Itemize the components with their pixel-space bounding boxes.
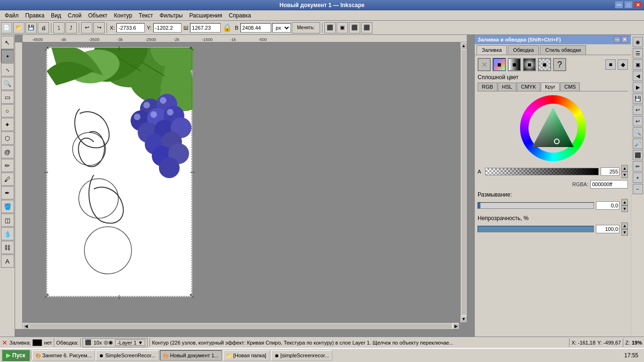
alpha-spinners[interactable]: ▲ ▼ [621, 165, 628, 178]
blur-up[interactable]: ▲ [621, 199, 628, 206]
hscroll-right[interactable]: ▶ [453, 323, 459, 329]
units-select[interactable]: px [272, 23, 291, 33]
taskbar-item-3[interactable]: 🎨 Новый документ 1... [160, 350, 222, 361]
spiral-tool[interactable]: @ [1, 145, 14, 158]
layer-name[interactable]: -Layer 1 ▼ [115, 339, 145, 346]
bucket-tool[interactable]: 🪣 [1, 200, 14, 213]
fill-option2[interactable]: ◆ [618, 59, 628, 70]
open-btn[interactable]: 📂 [13, 22, 25, 33]
node-tool[interactable]: ✦ [1, 49, 14, 63]
menu-filters[interactable]: Фильтры [157, 11, 186, 20]
window-controls[interactable]: — □ ✕ [615, 1, 642, 8]
alpha-down[interactable]: ▼ [621, 172, 628, 178]
align-left-btn[interactable]: ⬛ [324, 22, 336, 33]
panel-icon-4[interactable]: ◀ [633, 71, 643, 81]
dropper-tool[interactable]: 💧 [1, 227, 14, 240]
menu-path[interactable]: Контур [111, 11, 135, 20]
opacity-slider[interactable] [478, 226, 594, 232]
select-tool[interactable]: ↖ [1, 36, 14, 49]
circle-tool[interactable]: ○ [1, 104, 14, 117]
fill-option1[interactable]: ■ [605, 59, 616, 70]
panel-icon-12[interactable]: ✏ [633, 161, 643, 172]
vscroll[interactable]: ▲ ▼ [460, 42, 467, 322]
h-field[interactable] [240, 23, 271, 33]
panel-icon-7[interactable]: ↩ [633, 105, 643, 115]
vscroll-down[interactable]: ▼ [461, 316, 467, 322]
tab-hsl[interactable]: HSL [498, 82, 516, 91]
fill-none-btn[interactable]: ✕ [478, 58, 491, 71]
panel-icon-5[interactable]: ▶ [633, 82, 643, 92]
panel-icon-1[interactable]: ◉ [633, 37, 643, 47]
panel-icon-6[interactable]: 💾 [633, 93, 643, 104]
new-btn[interactable]: 📄 [1, 22, 12, 33]
gradient-tool[interactable]: ◫ [1, 214, 14, 227]
hscroll-track[interactable] [30, 324, 452, 329]
units-btn[interactable]: Менять: [292, 22, 320, 33]
blur-down[interactable]: ▼ [621, 206, 628, 212]
layer-selector[interactable]: ⬛ 10x ◎◉ -Layer 1 ▼ [83, 338, 148, 347]
text-tool[interactable]: A [1, 255, 14, 268]
fill-solid-btn[interactable]: ■ [493, 58, 506, 71]
menu-file[interactable]: Файл [2, 11, 22, 20]
pen-tool[interactable]: 🖊 [1, 173, 14, 186]
zoom-tool[interactable]: 🔍 [1, 77, 14, 90]
opacity-spinners[interactable]: ▲ ▼ [621, 222, 628, 236]
rgba-input[interactable] [590, 180, 628, 189]
import-btn[interactable]: ⤵ [53, 22, 65, 33]
panel-icon-3[interactable]: ▣ [633, 59, 643, 70]
canvas-area[interactable]: -4500 -4k -3500 -3k -2500 -2k -1500 -1k … [15, 35, 474, 337]
fill-linear-btn[interactable]: ■ [508, 58, 521, 71]
panel-controls[interactable]: — ✕ [614, 36, 628, 43]
panel-icon-10[interactable]: 🔎 [633, 139, 643, 149]
alpha-slider[interactable] [485, 168, 599, 175]
menu-edit[interactable]: Правка [23, 11, 48, 20]
taskbar-item-2[interactable]: ⏺ SimpleScreenRecor... [96, 350, 158, 361]
tab-fill[interactable]: Заливка [477, 45, 507, 55]
star-tool[interactable]: ✦ [1, 118, 14, 131]
tab-wheel[interactable]: Круг [541, 82, 560, 91]
tab-stroke-paint[interactable]: Обводка [508, 45, 539, 55]
connector-tool[interactable]: ⛓ [1, 241, 14, 254]
hscroll[interactable]: ◀ ▶ [23, 322, 459, 329]
menu-view[interactable]: Вид [48, 11, 64, 20]
alpha-up[interactable]: ▲ [621, 165, 628, 172]
drawing-canvas[interactable]: ↗ ↕ ↖ ↔ ↔ ↗ ↕ ↖ [46, 47, 192, 297]
rect-tool[interactable]: ▭ [1, 90, 14, 104]
close-btn[interactable]: ✕ [634, 1, 642, 8]
vscroll-up[interactable]: ▲ [461, 42, 467, 49]
panel-icon-9[interactable]: 🔍 [633, 127, 643, 138]
opacity-down[interactable]: ▼ [621, 229, 628, 236]
align-top-btn[interactable]: ⬛ [361, 22, 372, 33]
fill-unknown-btn[interactable]: ? [553, 58, 566, 71]
menu-help[interactable]: Справка [226, 11, 254, 20]
save-btn[interactable]: 💾 [25, 22, 37, 33]
hscroll-left[interactable]: ◀ [23, 323, 29, 329]
panel-icon-11[interactable]: ⬛ [633, 150, 643, 160]
alpha-value[interactable]: 255 [601, 167, 619, 176]
pencil-tool[interactable]: ✏ [1, 159, 14, 172]
tab-cms[interactable]: CMS [560, 82, 580, 91]
color-wheel[interactable] [520, 95, 586, 161]
blur-spinners[interactable]: ▲ ▼ [621, 199, 628, 212]
x-field[interactable] [116, 23, 145, 33]
redo-btn[interactable]: ↪ [93, 22, 105, 33]
export-btn[interactable]: ⤴ [66, 22, 77, 33]
tweak-tool[interactable]: ⤡ [1, 63, 14, 76]
print-btn[interactable]: 🖨 [38, 22, 49, 33]
menu-extensions[interactable]: Расширения [186, 11, 225, 20]
color-wheel-container[interactable] [478, 95, 628, 161]
tab-cmyk[interactable]: CMYK [517, 82, 540, 91]
fill-radial-btn[interactable]: ■ [523, 58, 536, 71]
opacity-value[interactable]: 100,0 [596, 225, 619, 233]
y-field[interactable] [153, 23, 182, 33]
panel-close[interactable]: ✕ [621, 36, 628, 43]
color-triangle[interactable] [530, 106, 576, 151]
tab-stroke-style[interactable]: Стиль обводки [540, 45, 586, 55]
align-right-btn[interactable]: ⬛ [349, 22, 360, 33]
w-field[interactable] [190, 23, 221, 33]
tab-rgb[interactable]: RGB [478, 82, 497, 91]
menu-text[interactable]: Текст [136, 11, 156, 20]
3d-tool[interactable]: ⬡ [1, 132, 14, 145]
canvas-content[interactable]: ↗ ↕ ↖ ↔ ↔ ↗ ↕ ↖ ◀ ▶ ▲ ▼ [23, 42, 467, 329]
menu-layer[interactable]: Слой [65, 11, 84, 20]
